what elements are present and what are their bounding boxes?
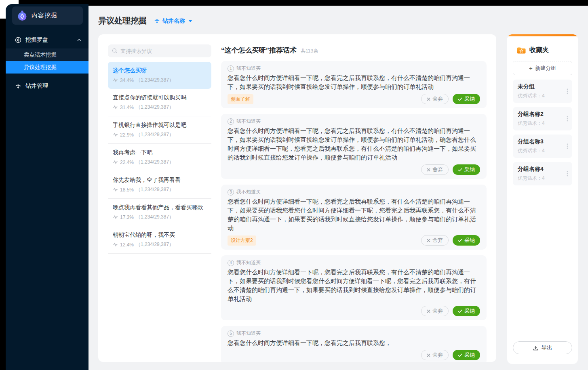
discard-button[interactable]: 舍弃 bbox=[421, 164, 449, 175]
sidebar-submenu-item[interactable]: 异议处理挖掘 bbox=[6, 61, 89, 74]
discard-button[interactable]: 舍弃 bbox=[421, 94, 449, 104]
caret-down-icon bbox=[188, 20, 192, 22]
check-icon bbox=[458, 239, 462, 242]
objection-list-column: 这个怎么买呀 34.4% （1,234/29,387） bbox=[98, 34, 221, 362]
kebab-menu-icon[interactable] bbox=[567, 116, 568, 122]
adopt-button[interactable]: 采纳 bbox=[453, 164, 480, 175]
objection-stat: 12.4% （1,234/29,387） bbox=[113, 241, 207, 248]
favorites-accent-bar bbox=[507, 34, 578, 36]
card-tag: 设计方案2 bbox=[228, 235, 256, 246]
objection-item[interactable]: 直接点你的链接就可以购买吗 31.4% （1,234/29,387） bbox=[108, 89, 211, 116]
objection-stat: 31.4% （1,234/29,387） bbox=[113, 104, 207, 111]
card-script-text: 您看您什么时间方便详细看一下呢，您看完之后我再联系您， bbox=[228, 338, 480, 347]
new-group-button[interactable]: + 新建分组 bbox=[513, 61, 572, 75]
recommendations-header: “这个怎么买呀”推荐话术 共113条 bbox=[221, 46, 487, 55]
objection-stat: 17.3% （1,234/29,387） bbox=[113, 214, 207, 221]
kebab-menu-icon[interactable] bbox=[567, 88, 568, 94]
group-name: 分组名称3 bbox=[518, 138, 567, 145]
objection-ratio: （1,234/29,387） bbox=[136, 214, 174, 221]
objection-stat: 22.4% （1,234/29,387） bbox=[113, 159, 207, 166]
favorites-header: 收藏夹 bbox=[517, 46, 578, 55]
pulse-icon bbox=[113, 132, 118, 137]
adopt-button[interactable]: 采纳 bbox=[453, 94, 480, 104]
objection-ratio: （1,234/29,387） bbox=[136, 131, 174, 138]
card-source-label: 我不知道买 bbox=[236, 330, 261, 337]
kebab-menu-icon[interactable] bbox=[567, 143, 568, 149]
recommendations-column: “这个怎么买呀”推荐话术 共113条 1 我不知道买 您看您什么时间方便详细看一… bbox=[221, 34, 496, 362]
group-name: 未分组 bbox=[518, 83, 567, 90]
sidebar: 内容挖掘 挖掘罗盘 卖点话术挖掘 异议处理挖掘 bbox=[6, 4, 89, 370]
card-footer: 设计方案2 舍弃 bbox=[228, 235, 480, 246]
adopt-label: 采纳 bbox=[464, 166, 475, 173]
objection-percent: 17.3% bbox=[120, 214, 134, 220]
check-icon bbox=[458, 353, 462, 357]
search-icon bbox=[112, 48, 118, 54]
objection-item[interactable]: 朝朝宝代销的呀，我不买 12.4% （1,234/29,387） bbox=[108, 226, 211, 254]
sidebar-submenu-item[interactable]: 卖点话术挖掘 bbox=[6, 48, 89, 61]
group-info: 分组名称3 优秀话术：4 bbox=[518, 138, 567, 154]
app-title: 内容挖掘 bbox=[32, 12, 57, 19]
recommendation-card: 2 我不知道买 您看您什么时间方便详细看一下呢，您看完之后我再联系您，有什么不清… bbox=[221, 114, 487, 179]
objection-stat: 18.5% （1,234/29,387） bbox=[113, 186, 207, 193]
adopt-button[interactable]: 采纳 bbox=[453, 350, 480, 360]
drill-name-label: 钻井名称 bbox=[162, 17, 185, 25]
group-info: 分组名称2 优秀话术：4 bbox=[518, 111, 567, 127]
objection-item[interactable]: 手机银行直接操作就可以是吧 22.9% （1,234/29,387） bbox=[108, 116, 211, 144]
sidebar-item-drill-management[interactable]: 钻井管理 bbox=[6, 80, 89, 92]
content-panel: 这个怎么买呀 34.4% （1,234/29,387） bbox=[98, 34, 496, 362]
discard-button[interactable]: 舍弃 bbox=[421, 306, 449, 316]
objection-percent: 22.4% bbox=[120, 160, 134, 165]
objection-percent: 18.5% bbox=[120, 187, 134, 193]
app-logo[interactable]: 内容挖掘 bbox=[12, 6, 83, 25]
objection-list: 这个怎么买呀 34.4% （1,234/29,387） bbox=[108, 62, 211, 254]
favorites-group-card[interactable]: 未分组 优秀话术：4 bbox=[513, 80, 572, 103]
discard-label: 舍弃 bbox=[432, 237, 443, 244]
adopt-label: 采纳 bbox=[464, 351, 475, 359]
main-area: 异议处理挖掘 钻井名称 bbox=[89, 6, 588, 370]
card-footer: 舍弃 采纳 bbox=[228, 350, 480, 360]
card-script-text: 您看您什么时间方便详细看一下呢，您看完之后我再联系您，有什么不清楚的咱们再沟通一… bbox=[228, 126, 480, 162]
submenu-item-label: 异议处理挖掘 bbox=[24, 64, 57, 71]
search-input[interactable] bbox=[120, 48, 207, 54]
drill-name-selector[interactable]: 钻井名称 bbox=[154, 17, 192, 25]
sidebar-item-mining-compass[interactable]: 挖掘罗盘 bbox=[6, 34, 89, 46]
favorites-group-card[interactable]: 分组名称2 优秀话术：4 bbox=[513, 107, 572, 130]
favorites-group-card[interactable]: 分组名称4 优秀话术：4 bbox=[513, 162, 572, 185]
group-stat: 优秀话术：4 bbox=[518, 175, 567, 182]
objection-percent: 12.4% bbox=[120, 242, 134, 248]
adopt-label: 采纳 bbox=[464, 237, 475, 244]
favorites-group-list: 未分组 优秀话术：4 分组名称2 优秀话术：4 bbox=[513, 80, 572, 185]
objection-title: 晚点我再看看其他产品，看看买哪款 bbox=[113, 204, 207, 211]
adopt-button[interactable]: 采纳 bbox=[453, 306, 480, 316]
objection-item[interactable]: 晚点我再看看其他产品，看看买哪款 17.3% （1,234/29,387） bbox=[108, 199, 211, 226]
recommendation-card: 3 我不知道买 您看您什么时间方便详细看一下呢，您看完之后我再联系您，有什么不清… bbox=[221, 185, 487, 250]
new-group-label: 新建分组 bbox=[535, 65, 556, 72]
discard-button[interactable]: 舍弃 bbox=[421, 350, 449, 360]
card-number-badge: 4 bbox=[228, 260, 234, 266]
adopt-button[interactable]: 采纳 bbox=[453, 235, 480, 246]
export-button[interactable]: 导出 bbox=[513, 341, 572, 354]
favorites-group-card[interactable]: 分组名称3 优秀话术：4 bbox=[513, 135, 572, 158]
discard-button[interactable]: 舍弃 bbox=[421, 235, 449, 246]
folder-star-icon bbox=[517, 47, 526, 54]
x-icon bbox=[427, 309, 430, 313]
recommendation-card-list: 1 我不知道买 您看您什么时间方便详细看一下呢，您看完之后我再联系您，有什么不清… bbox=[221, 61, 487, 362]
objection-stat: 34.4% （1,234/29,387） bbox=[113, 77, 207, 84]
recommendations-count: 共113条 bbox=[301, 48, 318, 55]
objection-ratio: （1,234/29,387） bbox=[136, 159, 174, 166]
chevron-up-icon[interactable] bbox=[77, 39, 81, 41]
card-number-badge: 3 bbox=[228, 189, 234, 196]
objection-title: 我再考虑一下吧 bbox=[113, 149, 207, 156]
kebab-menu-icon[interactable] bbox=[567, 171, 568, 177]
download-icon bbox=[533, 345, 538, 351]
objection-item[interactable]: 我再考虑一下吧 22.4% （1,234/29,387） bbox=[108, 144, 211, 171]
drill-management-label: 钻井管理 bbox=[25, 82, 48, 90]
recommendation-card: 1 我不知道买 您看您什么时间方便详细看一下呢，您看完之后我再联系您，有什么不清… bbox=[221, 61, 487, 108]
card-source-label: 我不知道买 bbox=[236, 259, 261, 266]
group-stat: 优秀话术：4 bbox=[518, 120, 567, 127]
objection-item[interactable]: 你先发给我，空了我再看看 18.5% （1,234/29,387） bbox=[108, 171, 211, 199]
objection-search[interactable] bbox=[108, 44, 211, 57]
objection-item[interactable]: 这个怎么买呀 34.4% （1,234/29,387） bbox=[108, 62, 211, 89]
recommendations-title: “这个怎么买呀”推荐话术 bbox=[221, 46, 297, 55]
card-source-label: 我不知道买 bbox=[236, 118, 261, 125]
